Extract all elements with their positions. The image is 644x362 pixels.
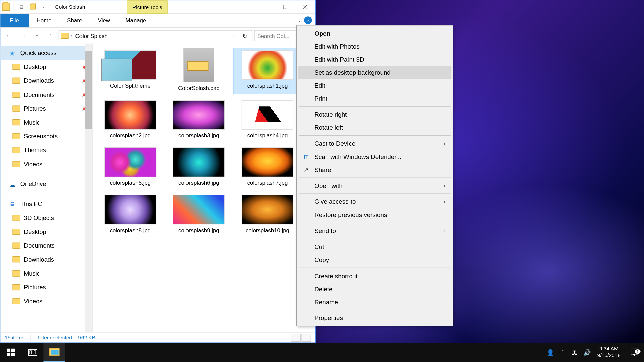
- ctx-send-to[interactable]: Send to›: [298, 224, 451, 237]
- nav-music[interactable]: Music: [0, 115, 92, 129]
- qat-new-folder-button[interactable]: [28, 2, 37, 11]
- qat-properties-button[interactable]: ☑: [16, 2, 26, 11]
- nav-label: Desktop: [24, 228, 46, 235]
- chevron-down-icon[interactable]: ⌄: [233, 33, 236, 38]
- folder-icon: [13, 106, 20, 112]
- ctx-set-desktop-background[interactable]: Set as desktop background: [298, 66, 451, 79]
- ctx-give-access-to[interactable]: Give access to›: [298, 195, 451, 208]
- taskbar-file-explorer[interactable]: [43, 343, 65, 362]
- ctx-cut[interactable]: Cut: [298, 240, 451, 253]
- refresh-button[interactable]: ↻: [239, 30, 250, 41]
- ribbon-expand-icon[interactable]: ⌄: [298, 17, 302, 23]
- nav-label: Videos: [24, 298, 42, 305]
- close-button[interactable]: [295, 0, 315, 13]
- nav-pictures[interactable]: Pictures📌: [0, 102, 92, 115]
- picture-tools-tab[interactable]: Picture Tools: [127, 0, 168, 14]
- file-item-image[interactable]: colorsplash4.jpg: [233, 98, 302, 141]
- nav-pc-desktop[interactable]: Desktop: [0, 225, 92, 239]
- task-view-button[interactable]: [22, 343, 44, 362]
- ctx-copy[interactable]: Copy: [298, 253, 451, 266]
- file-item-image[interactable]: colorsplash3.jpg: [165, 98, 233, 141]
- nav-screenshots[interactable]: Screenshots: [0, 129, 92, 143]
- ctx-rotate-right[interactable]: Rotate right: [298, 108, 451, 121]
- ctx-create-shortcut[interactable]: Create shortcut: [298, 269, 451, 283]
- nav-3d-objects[interactable]: 3D Objects: [0, 211, 92, 225]
- navpane-scrollbar[interactable]: [85, 43, 92, 332]
- tab-file[interactable]: File: [0, 14, 29, 27]
- tab-manage[interactable]: Manage: [118, 14, 154, 27]
- file-item-image[interactable]: colorsplash2.jpg: [96, 98, 165, 141]
- nav-onedrive[interactable]: ☁OneDrive: [0, 177, 92, 191]
- back-button[interactable]: ←: [3, 29, 15, 42]
- nav-desktop[interactable]: Desktop📌: [0, 60, 92, 74]
- ctx-delete[interactable]: Delete: [298, 283, 451, 296]
- up-button[interactable]: ↑: [45, 29, 57, 42]
- nav-pc-downloads[interactable]: Downloads: [0, 252, 92, 266]
- help-icon[interactable]: ?: [304, 16, 312, 24]
- ctx-print[interactable]: Print: [298, 92, 451, 105]
- scrollbar-thumb[interactable]: [85, 51, 92, 129]
- qat-customize-button[interactable]: ▾: [39, 2, 49, 11]
- breadcrumb-segment[interactable]: Color Splash: [75, 32, 107, 39]
- system-clock[interactable]: 9:34 AM 9/15/2018: [593, 346, 625, 359]
- file-item-image[interactable]: colorsplash9.jpg: [165, 192, 233, 236]
- recent-locations-button[interactable]: ▾: [31, 29, 43, 42]
- minimize-button[interactable]: [255, 0, 275, 13]
- address-bar[interactable]: › Color Splash ⌄ ↻: [59, 30, 252, 41]
- forward-button[interactable]: →: [17, 29, 29, 42]
- details-view-button[interactable]: [291, 334, 300, 341]
- nav-downloads[interactable]: Downloads📌: [0, 74, 92, 87]
- ctx-share[interactable]: ↗Share: [298, 163, 451, 176]
- content-pane[interactable]: Color Spl.theme ColorSplash.cab colorspl…: [93, 43, 315, 332]
- people-icon[interactable]: 👤: [544, 343, 556, 362]
- thumbnail: [241, 50, 293, 80]
- ctx-restore-previous-versions[interactable]: Restore previous versions: [298, 208, 451, 221]
- file-label: colorsplash9.jpg: [178, 227, 219, 233]
- ctx-edit-photos[interactable]: Edit with Photos: [298, 40, 451, 53]
- nav-label: Videos: [24, 161, 42, 168]
- tray-overflow-icon[interactable]: ˄: [556, 343, 569, 362]
- chevron-right-icon: ›: [444, 228, 445, 234]
- nav-pc-pictures[interactable]: Pictures: [0, 280, 92, 294]
- volume-icon[interactable]: 🔊: [581, 343, 593, 362]
- maximize-button[interactable]: [275, 0, 296, 13]
- file-item-theme[interactable]: Color Spl.theme: [96, 48, 165, 94]
- ctx-open[interactable]: Open: [298, 27, 451, 40]
- tab-share[interactable]: Share: [59, 14, 90, 27]
- ctx-edit-paint3d[interactable]: Edit with Paint 3D: [298, 53, 451, 66]
- chevron-right-icon[interactable]: ›: [71, 33, 72, 38]
- svg-rect-1: [283, 5, 287, 9]
- nav-pc-videos[interactable]: Videos: [0, 294, 92, 308]
- ctx-edit[interactable]: Edit: [298, 79, 451, 92]
- ctx-cast-to-device[interactable]: Cast to Device›: [298, 137, 451, 150]
- file-item-image[interactable]: colorsplash7.jpg: [233, 145, 302, 189]
- nav-videos[interactable]: Videos: [0, 157, 92, 171]
- start-button[interactable]: [0, 343, 22, 362]
- thumbnails-view-button[interactable]: [301, 334, 311, 341]
- file-item-image[interactable]: colorsplash6.jpg: [165, 145, 233, 189]
- titlebar: ☑ ▾ Color Splash Picture Tools: [0, 0, 315, 14]
- nav-documents[interactable]: Documents📌: [0, 88, 92, 102]
- file-item-image[interactable]: colorsplash10.jpg: [233, 192, 302, 236]
- ctx-scan-defender[interactable]: ⊞Scan with Windows Defender...: [298, 150, 451, 163]
- ctx-rotate-left[interactable]: Rotate left: [298, 121, 451, 134]
- nav-pc-documents[interactable]: Documents: [0, 239, 92, 252]
- file-item-image[interactable]: colorsplash1.jpg: [233, 48, 302, 94]
- tab-home[interactable]: Home: [29, 14, 59, 27]
- nav-pc-music[interactable]: Music: [0, 266, 92, 280]
- svg-rect-4: [7, 349, 10, 352]
- file-item-cab[interactable]: ColorSplash.cab: [165, 48, 233, 94]
- nav-quick-access[interactable]: ★Quick access: [0, 46, 92, 60]
- tab-view[interactable]: View: [90, 14, 118, 27]
- chevron-right-icon: ›: [444, 140, 445, 146]
- action-center-button[interactable]: 1: [625, 349, 644, 356]
- ctx-properties[interactable]: Properties: [298, 312, 451, 325]
- file-item-image[interactable]: colorsplash5.jpg: [96, 145, 165, 189]
- navigation-pane: ★Quick access Desktop📌 Downloads📌 Docume…: [0, 43, 92, 332]
- nav-themes[interactable]: Themes: [0, 143, 92, 157]
- ctx-rename[interactable]: Rename: [298, 296, 451, 309]
- ctx-open-with[interactable]: Open with›: [298, 179, 451, 192]
- file-item-image[interactable]: colorsplash8.jpg: [96, 192, 165, 236]
- network-icon[interactable]: 🖧: [569, 343, 581, 362]
- nav-this-pc[interactable]: 🖥This PC: [0, 197, 92, 211]
